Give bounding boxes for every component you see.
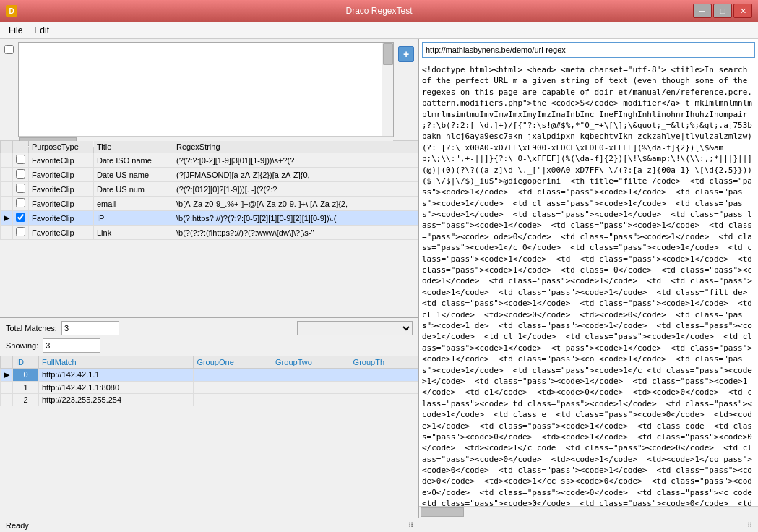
row-regexstring: (?(?:?:[0-2][1-9]|3[01][1-9]))\s+?(?	[173, 153, 418, 168]
row-checkbox[interactable]	[16, 227, 25, 236]
row-arrow	[1, 153, 13, 168]
status-text: Ready	[6, 521, 29, 530]
upper-table-wrapper[interactable]: PurposeType Title RegexString FavoriteCl…	[0, 140, 418, 318]
showing-row: Showing:	[0, 338, 418, 356]
lower-row-groupth	[350, 393, 418, 406]
col-header-purposetype[interactable]: PurposeType	[29, 141, 94, 153]
menu-edit[interactable]: Edit	[28, 24, 55, 37]
lower-row-id: 1	[13, 381, 39, 393]
menu-bar: File Edit	[0, 22, 758, 39]
lower-table: ID FullMatch GroupOne GroupTwo GroupTh ▶…	[0, 356, 418, 406]
row-checkbox[interactable]	[16, 155, 25, 164]
lower-row-id: 2	[13, 393, 39, 406]
text-area-section: +	[0, 39, 418, 140]
upper-table-row[interactable]: FavoriteClip Date ISO name (?(?:?:[0-2][…	[1, 153, 418, 168]
col-header-regexstring[interactable]: RegexString	[173, 141, 418, 153]
lower-col-arrow	[1, 356, 13, 368]
upper-table-row[interactable]: FavoriteClip email \b[A-Za-z0-9_.%+-]+@[…	[1, 197, 418, 211]
main-layout: + PurposeType Title RegexString	[0, 39, 758, 532]
row-checkbox-cell[interactable]	[13, 197, 29, 211]
regex-input[interactable]	[19, 43, 382, 136]
total-matches-input[interactable]	[61, 321, 119, 335]
upper-table-section: PurposeType Title RegexString FavoriteCl…	[0, 140, 418, 532]
row-arrow	[1, 197, 13, 211]
upper-table: PurposeType Title RegexString FavoriteCl…	[0, 140, 418, 240]
vscroll-thumb[interactable]	[383, 43, 393, 65]
lower-col-groupone[interactable]: GroupOne	[194, 356, 272, 368]
row-purposetype: FavoriteClip	[29, 226, 94, 240]
lower-row-groupone	[194, 393, 272, 406]
row-checkbox-cell[interactable]	[13, 153, 29, 168]
row-checkbox-cell[interactable]	[13, 182, 29, 197]
row-purposetype: FavoriteClip	[29, 211, 94, 226]
row-title: IP	[94, 211, 173, 226]
upper-table-row[interactable]: ▶ FavoriteClip IP \b(?:https?://)?(?:?:[…	[1, 211, 418, 226]
row-arrow	[1, 182, 13, 197]
row-checkbox[interactable]	[16, 169, 25, 179]
url-input[interactable]	[422, 42, 755, 58]
lower-table-section: ID FullMatch GroupOne GroupTwo GroupTh ▶…	[0, 356, 418, 533]
lower-table-wrapper[interactable]: ID FullMatch GroupOne GroupTwo GroupTh ▶…	[0, 356, 418, 521]
right-content[interactable]: <!doctype html><html> <head> <meta chars…	[419, 61, 758, 506]
right-panel: <!doctype html><html> <head> <meta chars…	[419, 39, 758, 532]
app-icon: D	[6, 5, 17, 17]
row-regexstring: (?(?:[012][0]?[1-9]))[. -](?(?:?	[173, 182, 418, 197]
row-title: Date US name	[94, 168, 173, 182]
right-status: ⠿	[419, 518, 758, 532]
lower-row-grouptwo	[272, 381, 350, 393]
right-hscroll[interactable]	[419, 506, 758, 518]
lower-col-fullmatch[interactable]: FullMatch	[39, 356, 194, 368]
row-purposetype: FavoriteClip	[29, 182, 94, 197]
lower-col-groupth[interactable]: GroupTh	[350, 356, 418, 368]
row-checkbox[interactable]	[16, 184, 25, 193]
lower-row-arrow	[1, 393, 13, 406]
lower-table-row[interactable]: ▶ 0 http://142.42.1.1	[1, 368, 418, 381]
row-purposetype: FavoriteClip	[29, 197, 94, 211]
filter-dropdown[interactable]	[297, 321, 413, 335]
row-checkbox-cell[interactable]	[13, 211, 29, 226]
row-regexstring: \b(?:https?://)?(?:?:[0-5][2][1][0-9][2]…	[173, 211, 418, 226]
right-hscroll-thumb[interactable]	[421, 507, 464, 517]
lower-row-fullmatch: http://142.42.1.1:8080	[39, 381, 194, 393]
row-checkbox[interactable]	[16, 198, 25, 207]
text-area-checkbox[interactable]	[4, 45, 14, 54]
total-matches-label: Total Matches:	[6, 324, 57, 332]
upper-table-row[interactable]: FavoriteClip Date US num (?(?:[012][0]?[…	[1, 182, 418, 197]
add-button[interactable]: +	[398, 46, 414, 62]
row-checkbox-cell[interactable]	[13, 168, 29, 182]
showing-input[interactable]	[43, 338, 100, 353]
lower-row-grouptwo	[272, 393, 350, 406]
lower-col-grouptwo[interactable]: GroupTwo	[272, 356, 350, 368]
lower-row-groupone	[194, 381, 272, 393]
menu-file[interactable]: File	[3, 24, 28, 37]
row-arrow	[1, 168, 13, 182]
bottom-controls: Total Matches:	[0, 318, 418, 338]
row-checkbox[interactable]	[16, 213, 25, 222]
row-title: Date ISO name	[94, 153, 173, 168]
lower-table-row[interactable]: 1 http://142.42.1.1:8080	[1, 381, 418, 393]
lower-col-id[interactable]: ID	[13, 356, 39, 368]
resize-grip: ⠿	[408, 521, 413, 529]
row-regexstring: (?[JFMASOND][a-zA-Z]{2})[a-zA-Z]{0,	[173, 168, 418, 182]
minimize-button[interactable]: ─	[693, 4, 712, 18]
upper-table-row[interactable]: FavoriteClip Date US name (?[JFMASOND][a…	[1, 168, 418, 182]
status-bar: Ready ⠿	[0, 518, 419, 532]
upper-table-row[interactable]: FavoriteClip Link \b(?(?:?:(flhttps?://)…	[1, 226, 418, 240]
row-arrow: ▶	[1, 211, 13, 226]
row-checkbox-cell[interactable]	[13, 226, 29, 240]
lower-row-groupone	[194, 368, 272, 381]
row-title: Link	[94, 226, 173, 240]
col-header-check	[13, 141, 29, 153]
lower-row-grouptwo	[272, 368, 350, 381]
lower-row-groupth	[350, 381, 418, 393]
lower-row-fullmatch: http://223.255.255.254	[39, 393, 194, 406]
col-header-title[interactable]: Title	[94, 141, 173, 153]
row-title: Date US num	[94, 182, 173, 197]
text-area-scrollbar[interactable]	[382, 43, 393, 136]
lower-table-row[interactable]: 2 http://223.255.255.254	[1, 393, 418, 406]
row-arrow	[1, 226, 13, 240]
total-matches-row: Total Matches:	[6, 321, 119, 335]
row-title: email	[94, 197, 173, 211]
close-button[interactable]: ✕	[733, 4, 752, 18]
maximize-button[interactable]: □	[713, 4, 732, 18]
